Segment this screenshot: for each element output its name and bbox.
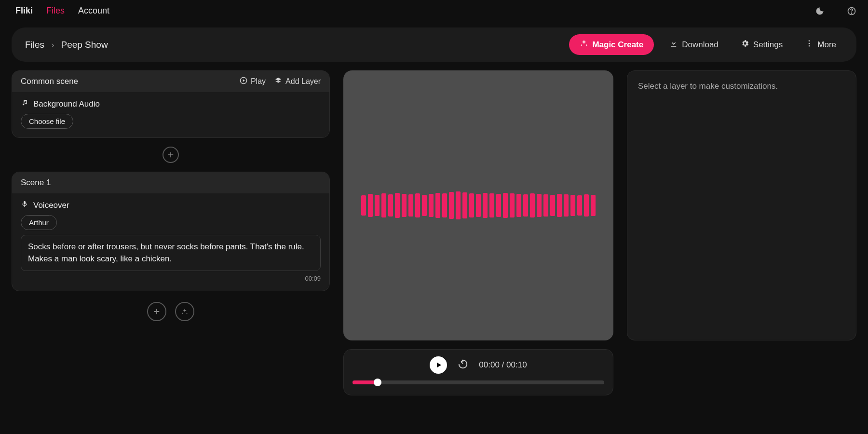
microphone-icon <box>21 200 28 210</box>
magic-create-button[interactable]: Magic Create <box>569 34 654 55</box>
download-label: Download <box>682 40 719 50</box>
progress-bar[interactable] <box>353 380 604 384</box>
play-icon <box>240 77 247 86</box>
progress-thumb[interactable] <box>374 379 381 386</box>
more-label: More <box>817 40 836 50</box>
add-layer-button[interactable]: Add Layer <box>274 77 321 86</box>
voiceover-layer[interactable]: Voiceover <box>21 200 321 210</box>
player-bar: 00:00 / 00:10 <box>343 349 613 395</box>
scene-1-card: Scene 1 Voiceover Arthur Socks before or… <box>12 172 330 291</box>
more-button[interactable]: More <box>798 35 843 54</box>
svg-point-1 <box>851 13 852 13</box>
background-audio-label: Background Audio <box>33 99 100 109</box>
add-scene-between-button[interactable] <box>163 147 179 163</box>
breadcrumb: Files › Peep Show <box>25 40 108 50</box>
script-input[interactable]: Socks before or after trousers, but neve… <box>21 235 321 271</box>
download-button[interactable]: Download <box>663 35 725 54</box>
breadcrumb-root[interactable]: Files <box>25 40 44 50</box>
preview-canvas[interactable] <box>343 70 613 340</box>
nav-files[interactable]: Files <box>46 6 65 16</box>
brand[interactable]: Fliki <box>12 6 33 16</box>
inspector-panel: Select a layer to make customizations. <box>627 70 856 340</box>
more-vertical-icon <box>805 39 814 50</box>
brand-label: Fliki <box>15 6 33 16</box>
scene-duration: 00:09 <box>21 275 321 282</box>
breadcrumb-toolbar: Files › Peep Show Magic Create Download … <box>12 27 856 62</box>
play-label: Play <box>251 77 266 86</box>
gear-icon <box>741 39 749 50</box>
download-icon <box>669 39 678 50</box>
svg-point-2 <box>809 40 810 41</box>
waveform-icon <box>361 191 596 219</box>
choose-file-button[interactable]: Choose file <box>21 114 73 129</box>
layers-icon <box>274 77 282 86</box>
magic-create-label: Magic Create <box>592 40 643 50</box>
svg-point-3 <box>809 43 810 44</box>
common-scene-title: Common scene <box>21 77 231 86</box>
voiceover-label: Voiceover <box>33 201 69 210</box>
scene-1-title: Scene 1 <box>21 178 321 188</box>
add-magic-scene-button[interactable] <box>175 302 194 321</box>
play-button[interactable]: Play <box>240 77 266 86</box>
sparkle-icon <box>580 39 588 50</box>
settings-label: Settings <box>753 40 783 50</box>
common-scene-card: Common scene Play Add Layer <box>12 70 330 138</box>
add-scene-button[interactable] <box>147 302 166 321</box>
replay-button[interactable] <box>458 359 468 371</box>
chevron-right-icon: › <box>51 40 54 50</box>
breadcrumb-project: Peep Show <box>61 40 108 50</box>
play-pause-button[interactable] <box>430 356 447 374</box>
help-icon[interactable] <box>847 6 856 16</box>
settings-button[interactable]: Settings <box>734 35 789 54</box>
nav-account[interactable]: Account <box>78 6 109 16</box>
music-note-icon <box>21 99 28 109</box>
voice-selector[interactable]: Arthur <box>21 215 57 230</box>
inspector-placeholder: Select a layer to make customizations. <box>638 81 778 91</box>
add-layer-label: Add Layer <box>285 77 321 86</box>
background-audio-layer[interactable]: Background Audio <box>21 99 321 109</box>
timecode: 00:00 / 00:10 <box>479 360 527 370</box>
svg-point-4 <box>809 45 810 47</box>
theme-toggle-icon[interactable] <box>815 6 825 16</box>
